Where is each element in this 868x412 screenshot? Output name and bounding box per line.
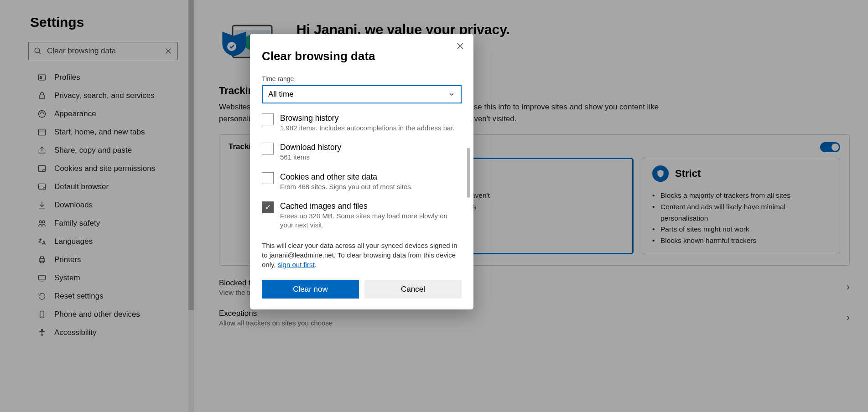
- window-icon: [37, 128, 47, 137]
- chevron-right-icon: ›: [847, 281, 850, 293]
- checkbox[interactable]: [262, 143, 274, 154]
- exceptions-row[interactable]: Exceptions Allow all trackers on sites y…: [219, 309, 850, 327]
- cancel-button[interactable]: Cancel: [364, 280, 462, 299]
- sidebar-item-label: Downloads: [54, 201, 93, 210]
- svg-point-19: [42, 221, 45, 223]
- sidebar-item-label: Profiles: [54, 73, 80, 82]
- svg-rect-6: [39, 95, 45, 98]
- sidebar-item-printers[interactable]: Printers: [0, 251, 194, 269]
- svg-point-27: [41, 330, 42, 331]
- sidebar-item-downloads[interactable]: Downloads: [0, 196, 194, 214]
- svg-rect-20: [39, 259, 45, 262]
- level-strict[interactable]: Strict Blocks a majority of trackers fro…: [642, 158, 840, 254]
- phone-icon: [37, 310, 47, 319]
- language-icon: [37, 237, 47, 246]
- sidebar-item-label: Family safety: [54, 219, 100, 228]
- check-browsing-history[interactable]: Browsing history 1,982 items. Includes a…: [262, 113, 462, 133]
- check-cookies[interactable]: Cookies and other site data From 468 sit…: [262, 172, 462, 191]
- settings-search-input[interactable]: [47, 46, 159, 56]
- check-sub: From 468 sites. Signs you out of most si…: [280, 182, 413, 191]
- profile-icon: [37, 73, 47, 82]
- lock-icon: [37, 91, 47, 100]
- time-range-label: Time range: [262, 75, 462, 82]
- svg-point-0: [35, 48, 40, 53]
- svg-rect-11: [39, 129, 46, 135]
- level-bullet: Blocks known harmful trackers: [652, 235, 830, 247]
- svg-rect-13: [39, 165, 46, 171]
- time-range-value: All time: [268, 90, 294, 99]
- level-bullet: Parts of sites might not work: [652, 224, 830, 235]
- sidebar-item-accessibility[interactable]: Accessibility: [0, 324, 194, 342]
- check-sub: 1,982 items. Includes autocompletions in…: [280, 124, 455, 133]
- settings-search[interactable]: [28, 42, 178, 60]
- check-sub: Frees up 320 MB. Some sites may load mor…: [280, 211, 462, 230]
- close-icon[interactable]: [456, 42, 464, 50]
- sidebar-item-devices[interactable]: Phone and other devices: [0, 305, 194, 324]
- sidebar-item-start[interactable]: Start, home, and new tabs: [0, 123, 194, 141]
- svg-point-14: [43, 170, 45, 172]
- svg-rect-23: [39, 275, 46, 280]
- svg-point-9: [42, 112, 42, 113]
- sidebar-item-label: Share, copy and paste: [54, 146, 132, 155]
- level-bullet: Blocks a majority of trackers from all s…: [652, 190, 830, 201]
- palette-icon: [37, 109, 47, 118]
- svg-point-31: [227, 42, 236, 51]
- row-sub: Allow all trackers on sites you choose: [219, 319, 333, 327]
- sidebar-item-label: Accessibility: [54, 328, 97, 337]
- svg-point-5: [40, 77, 42, 78]
- clear-now-button[interactable]: Clear now: [262, 280, 359, 299]
- sidebar-item-label: Start, home, and new tabs: [54, 128, 145, 137]
- accessibility-icon: [37, 328, 47, 337]
- sidebar-item-appearance[interactable]: Appearance: [0, 105, 194, 123]
- checkbox[interactable]: [262, 113, 274, 125]
- sidebar-item-label: Cookies and site permissions: [54, 164, 155, 173]
- check-cache[interactable]: ✓ Cached images and files Frees up 320 M…: [262, 201, 462, 230]
- svg-rect-21: [41, 257, 44, 258]
- sidebar-scrollbar[interactable]: [188, 0, 194, 412]
- check-title: Browsing history: [280, 113, 455, 123]
- sidebar-item-label: Privacy, search, and services: [54, 91, 155, 100]
- sidebar-item-default-browser[interactable]: Default browser: [0, 178, 194, 196]
- sidebar-item-label: Reset settings: [54, 292, 104, 301]
- sidebar-item-cookies[interactable]: Cookies and site permissions: [0, 160, 194, 178]
- dialog-title: Clear browsing data: [262, 49, 462, 63]
- sidebar-item-label: Printers: [54, 255, 81, 264]
- check-download-history[interactable]: Download history 561 items: [262, 143, 462, 162]
- sidebar-item-label: Languages: [54, 237, 93, 246]
- share-icon: [37, 146, 47, 155]
- clear-search-icon[interactable]: [159, 47, 177, 55]
- svg-point-18: [39, 221, 42, 223]
- checkbox[interactable]: [262, 172, 274, 184]
- settings-title: Settings: [0, 15, 194, 30]
- reset-icon: [37, 292, 47, 301]
- sidebar-item-label: Appearance: [54, 109, 96, 118]
- printer-icon: [37, 255, 47, 264]
- svg-point-8: [40, 113, 41, 114]
- sidebar-item-languages[interactable]: Languages: [0, 232, 194, 251]
- sidebar-item-reset[interactable]: Reset settings: [0, 287, 194, 305]
- checkbox[interactable]: ✓: [262, 201, 274, 213]
- check-title: Cookies and other site data: [280, 172, 413, 182]
- sidebar-item-privacy[interactable]: Privacy, search, and services: [0, 87, 194, 105]
- check-title: Cached images and files: [280, 201, 462, 211]
- check-sub: 561 items: [280, 153, 341, 162]
- family-icon: [37, 219, 47, 228]
- shield-icon: [652, 165, 669, 182]
- check-title: Download history: [280, 143, 341, 152]
- dialog-scrollbar[interactable]: [467, 148, 470, 198]
- sidebar-item-family[interactable]: Family safety: [0, 214, 194, 232]
- sidebar-item-profiles[interactable]: Profiles: [0, 68, 194, 87]
- sidebar-item-share[interactable]: Share, copy and paste: [0, 141, 194, 160]
- time-range-select[interactable]: All time: [262, 85, 462, 103]
- browser-icon: [37, 182, 47, 191]
- settings-sidebar: Settings Profiles Privacy, search, and s…: [0, 0, 194, 412]
- system-icon: [37, 273, 47, 283]
- sidebar-item-label: Default browser: [54, 182, 109, 191]
- sidebar-item-label: Phone and other devices: [54, 310, 140, 319]
- sidebar-item-system[interactable]: System: [0, 269, 194, 287]
- chevron-down-icon: [448, 91, 455, 98]
- sign-out-link[interactable]: sign out first: [278, 261, 315, 268]
- tracking-toggle[interactable]: [820, 142, 840, 152]
- search-icon: [29, 47, 47, 55]
- svg-line-1: [39, 52, 41, 54]
